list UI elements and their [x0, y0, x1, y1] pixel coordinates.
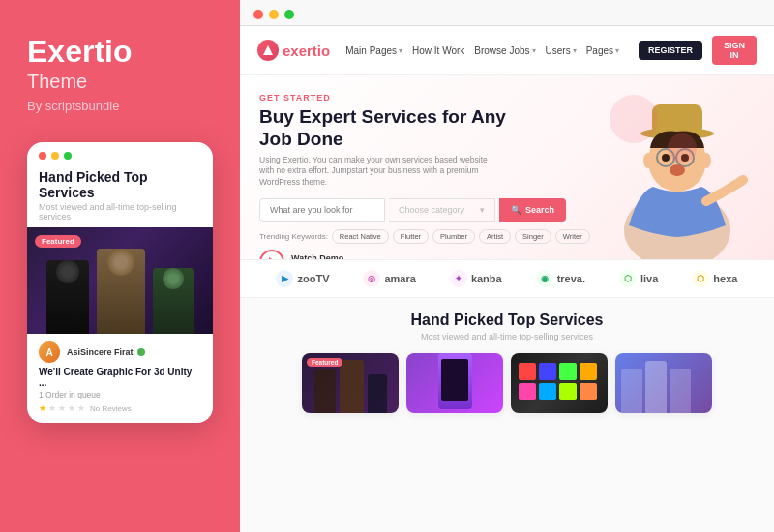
service-card-img-3	[511, 353, 608, 413]
logo-kanba: ✦ kanba	[450, 270, 502, 287]
logo-zootv: ▶ zooTV	[276, 270, 329, 287]
service-card-img-4	[615, 353, 712, 413]
section-title: Hand Picked Top Services	[259, 311, 755, 329]
browser-dot-yellow[interactable]	[269, 10, 279, 19]
tag-singer[interactable]: Singer	[515, 229, 551, 244]
figure-dark	[46, 260, 89, 334]
mobile-card: Hand Picked Top Services Most viewed and…	[27, 142, 213, 423]
logo-icon-inner	[263, 45, 273, 55]
service-card-img-1: Featured	[302, 353, 399, 413]
logos-strip: ▶ zooTV ◎ amara ✦ kanba ◉ treva. ⬡ liva …	[240, 259, 774, 298]
mobile-card-subheading: Most viewed and all-time top-selling ser…	[27, 202, 213, 227]
browser-dot-red[interactable]	[253, 10, 263, 19]
left-panel: Exertio Theme By scriptsbundle Hand Pick…	[0, 0, 240, 532]
hero-blob	[610, 95, 658, 143]
treva-icon: ◉	[536, 270, 553, 287]
svg-rect-10	[652, 104, 702, 135]
featured-badge: Featured	[35, 235, 81, 248]
nav-how-it-work[interactable]: How It Work	[412, 45, 464, 56]
tag-flutter[interactable]: Flutter	[393, 229, 429, 244]
play-icon	[269, 257, 277, 259]
mobile-card-image: Featured	[27, 227, 213, 334]
user-name: AsiSincere Firat	[67, 347, 134, 357]
reviews-text: No Reviews	[90, 404, 132, 413]
logo-amara: ◎ amara	[363, 270, 415, 287]
mobile-card-heading: Hand Picked Top Services	[27, 165, 213, 202]
figure-alien	[153, 268, 194, 334]
hexa-icon: ⬡	[692, 270, 709, 287]
service-card-img-2	[406, 353, 503, 413]
orders-count: 1 Order in queue	[27, 390, 213, 403]
nav-main-pages[interactable]: Main Pages ▾	[345, 45, 402, 56]
verified-icon	[137, 348, 145, 356]
logo-liva: ⬡ liva	[619, 270, 658, 287]
user-name-row: AsiSincere Firat	[67, 347, 145, 357]
liva-icon: ⬡	[619, 270, 637, 287]
website-content: exertio Main Pages ▾ How It Work Browse …	[240, 26, 774, 532]
right-panel: exertio Main Pages ▾ How It Work Browse …	[240, 0, 774, 532]
app-screens	[615, 353, 712, 413]
nav-users[interactable]: Users ▾	[546, 45, 577, 56]
dot-yellow	[51, 152, 59, 160]
trending-label: Trending Keywords:	[259, 232, 328, 241]
search-icon: 🔍	[511, 205, 521, 215]
hero-title: Buy Expert Services for Any Job Done	[259, 106, 511, 151]
site-hero: GET STARTED Buy Expert Services for Any …	[240, 75, 774, 259]
hero-blob2	[668, 133, 697, 163]
play-button[interactable]	[259, 250, 284, 259]
services-grid: Featured	[259, 353, 755, 413]
nav-browse-jobs[interactable]: Browse Jobs ▾	[474, 45, 535, 56]
hero-person	[600, 75, 755, 259]
brand-by: By scriptsbundle	[27, 99, 213, 113]
browser-chrome	[240, 0, 774, 26]
phone-screen	[441, 359, 468, 401]
figure-mandalorian	[97, 249, 145, 334]
app-screen-2	[645, 361, 667, 413]
category-dropdown[interactable]: Choose category ▾	[389, 198, 495, 222]
avatar: A	[39, 341, 60, 363]
amara-icon: ◎	[363, 270, 380, 287]
brand-title: Exertio	[27, 35, 213, 69]
signin-button[interactable]: SIGN IN	[712, 36, 757, 65]
service-card-2[interactable]	[406, 353, 503, 413]
rating-stars: ★ ★ ★ ★ ★ No Reviews	[27, 403, 213, 421]
register-button[interactable]: REGISTER	[639, 41, 702, 60]
section-subtitle: Most viewed and all-time top-selling ser…	[259, 332, 755, 341]
star-4: ★	[68, 403, 75, 413]
watch-demo-text: Watch Demo Get Started in minutes	[291, 253, 364, 259]
svg-point-6	[662, 154, 670, 162]
service-card-3[interactable]	[511, 353, 608, 413]
service-title: We'll Create Graphic For 3d Unity ...	[27, 367, 213, 390]
star-3: ★	[58, 403, 66, 413]
bottom-section: Hand Picked Top Services Most viewed and…	[240, 298, 774, 532]
zootv-icon: ▶	[276, 270, 293, 287]
browser-dot-green[interactable]	[284, 10, 294, 19]
svg-point-8	[670, 164, 685, 176]
app-screen-1	[621, 369, 642, 413]
service-card-1[interactable]: Featured	[302, 353, 399, 413]
tag-writer[interactable]: Writer	[555, 229, 590, 244]
blocks-group	[511, 353, 608, 410]
logo-hexa: ⬡ hexa	[692, 270, 737, 287]
phone-mockup	[438, 353, 472, 409]
mobile-card-dots	[27, 142, 213, 165]
service-card-4[interactable]	[615, 353, 712, 413]
tag-artist[interactable]: Artist	[479, 229, 511, 244]
star-5: ★	[77, 403, 85, 413]
brand-subtitle: Theme	[27, 71, 213, 93]
kanba-icon: ✦	[450, 270, 467, 287]
app-screen-3	[670, 369, 691, 413]
tag-plumber[interactable]: Plumber	[432, 229, 475, 244]
site-logo: exertio	[257, 40, 330, 61]
logo-treva: ◉ treva.	[536, 270, 585, 287]
dot-green	[64, 152, 72, 160]
tag-react-native[interactable]: React Native	[332, 229, 389, 244]
mobile-card-user: A AsiSincere Firat	[27, 334, 213, 367]
search-button[interactable]: 🔍 Search	[499, 198, 566, 222]
logo-icon	[257, 40, 279, 61]
nav-pages[interactable]: Pages ▾	[586, 45, 619, 56]
featured-badge-1: Featured	[307, 358, 342, 367]
svg-point-12	[701, 153, 711, 168]
search-input[interactable]	[259, 198, 385, 222]
star-1: ★	[39, 403, 46, 413]
